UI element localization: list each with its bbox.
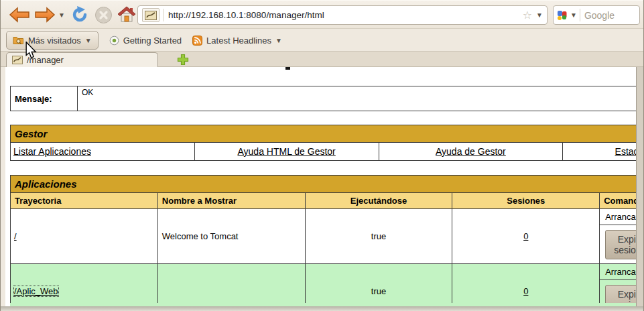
app-commands-cell: Arrancar Parar Recargar Replegar Expirar… <box>600 209 636 264</box>
forward-button[interactable] <box>34 7 56 23</box>
page-content: Mensaje: OK Gestor Listar Aplicaciones A… <box>5 67 636 307</box>
getting-started-label: Getting Started <box>123 36 182 46</box>
app-display-name <box>157 264 305 308</box>
column-header-commands: Comandos <box>600 193 636 209</box>
back-arrow-icon <box>9 7 30 23</box>
tab-bar: /manager <box>1 52 644 67</box>
search-input[interactable]: Google <box>584 10 615 21</box>
column-header-sessions: Sesiones <box>452 193 600 209</box>
link-manager-help[interactable]: Ayuda de Gestor <box>436 146 506 157</box>
manager-table: Gestor Listar Aplicaciones Ayuda HTML de… <box>10 125 636 161</box>
most-visited-caret-icon: ▼ <box>85 37 92 44</box>
message-label: Mensaje: <box>11 86 78 111</box>
mouse-cursor <box>25 42 37 59</box>
back-button[interactable] <box>9 7 30 23</box>
site-favicon <box>142 8 159 22</box>
command-links: Arrancar Parar Recargar Replegar <box>600 209 636 225</box>
bookmark-getting-started[interactable]: Getting Started <box>109 36 182 46</box>
start-command: Arrancar <box>605 267 636 277</box>
bookmarks-toolbar: Más visitados ▼ Getting Started Latest H… <box>1 29 644 52</box>
app-sessions-link[interactable]: 0 <box>523 231 528 241</box>
column-header-running: Ejecutándose <box>305 193 452 209</box>
window-frame-bottom <box>1 306 644 311</box>
url-dropdown[interactable]: ▼ <box>536 11 543 19</box>
app-running: true <box>305 264 452 308</box>
column-header-display-name: Nombre a Mostrar <box>157 193 305 209</box>
app-running: true <box>305 209 452 264</box>
latest-headlines-label: Latest Headlines <box>206 36 271 46</box>
manager-section-title: Gestor <box>11 125 637 143</box>
home-button[interactable] <box>117 5 136 23</box>
reload-icon <box>70 5 89 24</box>
search-engine-dropdown[interactable]: ▼ <box>570 11 577 19</box>
command-links: Arrancar Parar Recargar Replegar <box>600 264 636 280</box>
expire-sessions-form: Expirar sesiones sin trabajar ≥ minutos <box>600 225 636 263</box>
start-command: Arrancar <box>605 212 636 222</box>
column-header-path: Trayectoria <box>11 193 158 209</box>
application-row-root: / Welcome to Tomcat true 0 Arrancar Para… <box>11 209 637 264</box>
app-sessions-link[interactable]: 0 <box>523 286 528 296</box>
most-visited-button[interactable]: Más visitados ▼ <box>6 31 99 50</box>
new-tab-button[interactable] <box>176 54 190 66</box>
app-display-name: Welcome to Tomcat <box>157 209 305 264</box>
reload-button[interactable] <box>70 5 89 24</box>
link-html-manager-help[interactable]: Ayuda HTML de Gestor <box>237 146 335 157</box>
folder-search-icon <box>13 36 24 45</box>
bookmark-latest-headlines[interactable]: Latest Headlines ▼ <box>192 36 282 46</box>
window-frame-right <box>636 67 644 311</box>
getting-started-icon <box>109 36 119 46</box>
applications-section-title: Aplicaciones <box>11 176 637 193</box>
link-server-status[interactable]: Estado de Servidor <box>615 146 636 157</box>
message-value: OK <box>78 86 637 111</box>
app-path-link[interactable]: / <box>14 231 17 241</box>
app-path-link[interactable]: /Aplic_Web <box>14 286 58 296</box>
stop-button <box>94 6 113 24</box>
home-icon <box>117 5 136 23</box>
forward-arrow-icon <box>34 7 56 23</box>
plus-icon <box>177 54 189 66</box>
bookmark-star-icon[interactable]: ☆ <box>523 9 532 21</box>
url-separator <box>163 9 164 21</box>
google-logo-icon <box>557 10 568 21</box>
url-bar[interactable]: http://192.168.10.1:8080/manager/html ☆ … <box>137 5 548 25</box>
rss-icon <box>192 36 202 46</box>
stop-icon <box>94 6 113 24</box>
url-text[interactable]: http://192.168.10.1:8080/manager/html <box>168 10 523 20</box>
browser-window: ▼ <box>0 0 644 311</box>
message-table: Mensaje: OK <box>10 86 636 111</box>
latest-headlines-caret-icon: ▼ <box>275 37 282 44</box>
expire-sessions-button[interactable]: Expirar sesiones <box>605 230 636 259</box>
app-commands-cell: Arrancar Parar Recargar Replegar Expirar… <box>600 264 636 308</box>
tab-favicon <box>12 56 23 64</box>
navigation-toolbar: ▼ <box>1 0 644 29</box>
application-row-aplic-web: /Aplic_Web true 0 Arrancar Parar Recarga… <box>11 264 637 308</box>
clipped-title-fragment <box>285 67 290 70</box>
applications-table: Aplicaciones Trayectoria Nombre a Mostra… <box>10 175 636 307</box>
search-separator <box>580 9 580 21</box>
search-box[interactable]: ▼ Google <box>553 5 640 25</box>
link-list-applications[interactable]: Listar Aplicaciones <box>13 146 91 157</box>
history-dropdown[interactable]: ▼ <box>58 11 65 19</box>
